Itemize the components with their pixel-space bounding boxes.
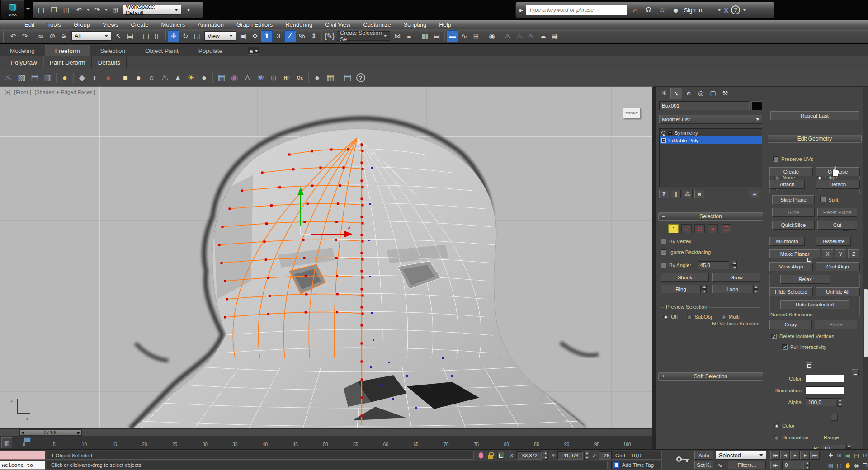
menu-help[interactable]: Help <box>433 21 458 28</box>
copy-button[interactable]: Copy <box>769 320 812 329</box>
range-r-spinner[interactable] <box>846 444 851 449</box>
pin-stack-icon[interactable]: ⊼ <box>659 190 669 198</box>
render-in-cloud-icon[interactable]: ☁ <box>537 30 549 42</box>
ignore-backfacing-checkbox[interactable] <box>661 249 666 255</box>
flower-scatter-icon[interactable]: ❀ <box>254 71 267 85</box>
motion-tab[interactable]: ◎ <box>695 88 707 99</box>
select-by-illumination-radio[interactable] <box>774 435 779 440</box>
window-crossing-icon[interactable]: ◫ <box>152 30 164 42</box>
repeat-last-button[interactable]: Repeat Last <box>770 111 859 120</box>
y-coord-field[interactable]: -41,974 <box>557 451 583 460</box>
tessellate-button[interactable]: Tessellate <box>816 237 851 246</box>
workspace-menu-icon[interactable]: ▾ <box>183 5 194 15</box>
element-subobject-icon[interactable]: ❒ <box>721 224 731 233</box>
menu-rendering[interactable]: Rendering <box>279 21 319 28</box>
ox-tool-icon[interactable]: Ox <box>293 71 307 85</box>
save-file-icon[interactable]: ◫ <box>61 5 72 15</box>
percent-snap-icon[interactable]: % <box>296 30 308 42</box>
make-unique-icon[interactable]: ⁂ <box>683 190 693 198</box>
logo-menu-arrow[interactable] <box>26 8 30 10</box>
viewport-shading-menu[interactable]: [Shaded + Edged Faces ] <box>35 89 96 95</box>
help-circle-icon[interactable]: ? <box>354 71 367 85</box>
alpha-field[interactable]: 100,0 <box>806 398 836 406</box>
plane-primitive-icon[interactable]: ■ <box>119 71 132 85</box>
modifier-list-dropdown[interactable]: Modifier List <box>659 115 762 124</box>
undo-icon[interactable]: ↶ <box>74 5 85 15</box>
view-align-button[interactable]: View Align <box>769 262 813 271</box>
help-dropdown-arrow[interactable] <box>743 9 746 11</box>
stack-item-editable-poly[interactable]: +Editable Poly <box>660 136 762 144</box>
create-tab[interactable]: ✳ <box>658 88 670 99</box>
maxscript-listener-white[interactable]: Welcome to <box>0 461 45 470</box>
show-end-result-icon[interactable]: ∥ <box>671 190 681 198</box>
3dsmax-logo[interactable]: MAX <box>1 0 24 19</box>
preview-off-radio[interactable] <box>663 315 668 320</box>
create-button[interactable]: Create <box>769 167 813 176</box>
spinner-snap-icon[interactable]: ⇕ <box>308 30 320 42</box>
sign-in-button[interactable]: Sign In <box>684 7 702 14</box>
rectangular-selection-region-icon[interactable]: ▢ <box>140 30 152 42</box>
blob-primitive-icon[interactable]: ● <box>132 71 145 85</box>
detach-button[interactable]: Detach <box>816 180 860 189</box>
menu-create[interactable]: Create <box>124 21 155 28</box>
set-key-button[interactable]: Set K. <box>694 461 713 469</box>
help-icon[interactable]: ? <box>731 5 740 14</box>
redo-icon[interactable]: ↷ <box>92 5 103 15</box>
soft-selection-rollout-header[interactable]: + Soft Selection <box>658 372 763 381</box>
manage-layers-icon[interactable]: ▤ <box>431 30 443 42</box>
loop-spinner[interactable] <box>753 285 758 293</box>
align-icon[interactable]: ≡ <box>403 30 415 42</box>
ring-spinner[interactable] <box>702 285 707 293</box>
time-slider[interactable]: ◀ 0 / 100 ▶ <box>0 428 652 436</box>
frame-spinner[interactable] <box>805 461 810 470</box>
unhide-all-button[interactable]: Unhide All <box>816 287 860 296</box>
x-coord-field[interactable]: -63,372 <box>516 451 542 460</box>
previous-frame-button[interactable]: ◀| <box>780 451 790 460</box>
play-button[interactable]: ▶ <box>790 451 800 460</box>
bind-to-space-warp-icon[interactable]: ≋ <box>58 30 70 42</box>
rendered-frame-window-icon[interactable]: ♨ <box>514 30 525 42</box>
modify-tab[interactable]: ∿ <box>670 88 682 99</box>
range-r-field[interactable]: 10 <box>821 445 845 449</box>
by-angle-field[interactable]: 45,0 <box>698 261 729 269</box>
make-planar-button[interactable]: Make Planar <box>769 249 820 258</box>
ribbon-subtab-defaults[interactable]: Defaults <box>92 57 127 68</box>
exchange-apps-icon[interactable]: X <box>724 6 728 14</box>
grow-button[interactable]: Grow <box>712 273 760 282</box>
pyramid-helper-icon[interactable]: △ <box>241 71 254 85</box>
sign-in-dropdown-arrow[interactable] <box>717 9 721 11</box>
shrink-button[interactable]: Shrink <box>661 273 709 282</box>
border-subobject-icon[interactable]: Ω <box>694 224 705 233</box>
utilities-tab[interactable]: ⚒ <box>719 88 731 99</box>
stack-item-symmetry[interactable]: +Symmetry <box>660 129 762 136</box>
snaps-toggle-icon[interactable]: 3 <box>273 30 284 42</box>
reference-coordinate-system-dropdown[interactable]: View <box>204 31 236 41</box>
ribbon-subtab-polydraw[interactable]: PolyDraw <box>5 57 43 68</box>
image-grid-icon[interactable]: ▦ <box>324 71 337 85</box>
absolute-mode-transform-icon[interactable] <box>497 452 504 459</box>
polydraw-teapot-icon[interactable]: ♨ <box>2 71 15 85</box>
ribbon-tab-selection[interactable]: Selection <box>90 45 136 56</box>
search-expand-arrow[interactable]: ▶ <box>519 8 523 13</box>
selection-filter-dropdown[interactable]: All <box>71 31 111 41</box>
search-icon[interactable]: ⌕ <box>630 6 641 14</box>
select-by-name-icon[interactable]: ▤ <box>124 30 136 42</box>
user-icon[interactable]: ☻ <box>670 6 681 14</box>
next-frame-button[interactable]: |▶ <box>800 451 810 460</box>
paste-button[interactable]: Paste <box>815 320 857 329</box>
relax-settings-button[interactable] <box>831 414 838 421</box>
ribbon-tab-freeform[interactable]: Freeform <box>45 45 90 56</box>
sphere-standard-icon[interactable]: ● <box>311 71 324 85</box>
edit-named-selection-sets-icon[interactable]: {✎} <box>324 30 335 42</box>
grid-array-icon[interactable]: ▦ <box>215 71 228 85</box>
by-vertex-checkbox[interactable] <box>661 239 666 244</box>
hide-selected-button[interactable]: Hide Selected <box>769 287 813 296</box>
remove-modifier-icon[interactable]: ✖ <box>694 190 704 198</box>
menu-animation[interactable]: Animation <box>191 21 230 28</box>
preview-multi-radio[interactable] <box>721 315 726 320</box>
attach-button[interactable]: Attach <box>769 180 805 189</box>
select-and-manipulate-icon[interactable]: ✥ <box>249 30 261 42</box>
menu-scripting[interactable]: Scripting <box>397 21 433 28</box>
time-tag-field[interactable]: Add Time Tag <box>611 461 662 469</box>
egg-primitive-icon[interactable]: ● <box>198 71 211 85</box>
